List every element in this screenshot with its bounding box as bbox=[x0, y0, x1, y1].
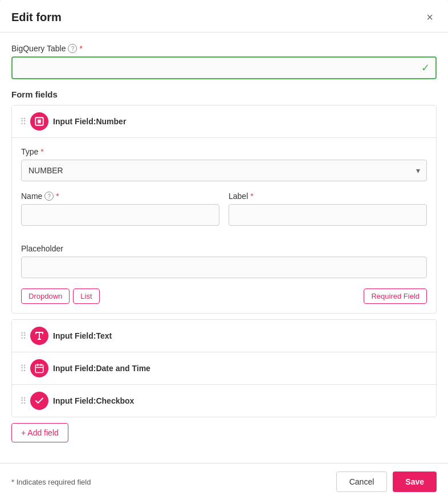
number-field-icon bbox=[30, 112, 48, 131]
name-label-text: Name bbox=[21, 192, 42, 201]
bigquery-input-wrapper: test4test_form ✓ bbox=[11, 56, 437, 79]
add-field-button[interactable]: + Add field bbox=[11, 423, 68, 442]
tag-row: Dropdown List Required Field bbox=[21, 288, 427, 304]
input-number-card: ⠿ Input Field:Number Type * bbox=[11, 105, 437, 314]
drag-handle-text[interactable]: ⠿ bbox=[20, 331, 26, 342]
input-number-header: ⠿ Input Field:Number bbox=[12, 105, 436, 138]
required-field-button[interactable]: Required Field bbox=[364, 288, 427, 304]
footer-note: * Indicates required field bbox=[11, 478, 91, 486]
text-field-icon bbox=[30, 327, 48, 345]
checkbox-field-icon bbox=[30, 392, 48, 410]
form-fields-section-label: Form fields bbox=[11, 90, 437, 99]
footer-actions: Cancel Save bbox=[336, 471, 437, 492]
name-help-icon[interactable]: ? bbox=[44, 192, 54, 201]
type-required-star: * bbox=[40, 147, 43, 156]
bigquery-help-icon[interactable]: ? bbox=[68, 44, 77, 53]
svg-rect-6 bbox=[35, 365, 43, 373]
type-label-text: Type bbox=[21, 147, 38, 156]
bigquery-table-input[interactable]: test4test_form bbox=[11, 56, 437, 79]
input-text-row: ⠿ Input Field:Text bbox=[12, 320, 436, 352]
drag-handle-number[interactable]: ⠿ bbox=[20, 116, 26, 127]
label-required-star: * bbox=[250, 192, 253, 201]
placeholder-label-text: Placeholder bbox=[21, 244, 63, 253]
edit-form-modal: Edit form × BigQuery Table ? * test4test… bbox=[0, 0, 448, 500]
bigquery-table-group: BigQuery Table ? * test4test_form ✓ bbox=[11, 44, 437, 79]
drag-handle-date[interactable]: ⠿ bbox=[20, 363, 26, 374]
collapsed-fields-list: ⠿ Input Field:Text ⠿ bbox=[11, 319, 437, 417]
modal-body: BigQuery Table ? * test4test_form ✓ Form… bbox=[0, 32, 448, 463]
input-checkbox-title: Input Field:Checkbox bbox=[53, 396, 134, 405]
modal-footer: * Indicates required field Cancel Save bbox=[0, 463, 448, 500]
input-text-title: Input Field:Text bbox=[53, 331, 112, 340]
placeholder-label: Placeholder bbox=[21, 244, 427, 253]
type-select[interactable]: NUMBER TEXT DATE CHECKBOX bbox=[21, 160, 427, 181]
save-button[interactable]: Save bbox=[393, 471, 437, 492]
drag-handle-checkbox[interactable]: ⠿ bbox=[20, 396, 26, 406]
placeholder-input[interactable] bbox=[21, 257, 427, 278]
input-date-title: Input Field:Date and Time bbox=[53, 364, 150, 373]
label-label-text: Label bbox=[229, 192, 248, 201]
valid-check-icon: ✓ bbox=[421, 62, 430, 74]
input-date-row: ⠿ Input Field:Date and Time bbox=[12, 352, 436, 385]
type-group: Type * NUMBER TEXT DATE CHECKBOX ▾ bbox=[21, 147, 427, 181]
label-input[interactable]: Number bbox=[229, 204, 427, 226]
cancel-button[interactable]: Cancel bbox=[336, 471, 388, 492]
name-label-row: Name ? * Number Label * Number bbox=[21, 192, 427, 236]
name-input[interactable]: Number bbox=[21, 204, 219, 226]
bigquery-required-star: * bbox=[79, 44, 82, 53]
date-field-icon bbox=[30, 359, 48, 377]
type-label: Type * bbox=[21, 147, 427, 156]
name-required-star: * bbox=[56, 192, 59, 201]
label-group: Label * Number bbox=[229, 192, 427, 226]
list-tag-button[interactable]: List bbox=[73, 288, 99, 304]
dropdown-tag-button[interactable]: Dropdown bbox=[21, 288, 70, 304]
label-field-label: Label * bbox=[229, 192, 427, 201]
modal-title: Edit form bbox=[11, 11, 62, 24]
placeholder-group: Placeholder bbox=[21, 244, 427, 278]
input-checkbox-row: ⠿ Input Field:Checkbox bbox=[12, 385, 436, 417]
input-number-body: Type * NUMBER TEXT DATE CHECKBOX ▾ bbox=[12, 138, 436, 313]
modal-header: Edit form × bbox=[0, 0, 448, 32]
name-field-label: Name ? * bbox=[21, 192, 219, 201]
type-select-wrapper: NUMBER TEXT DATE CHECKBOX ▾ bbox=[21, 160, 427, 181]
tag-left: Dropdown List bbox=[21, 288, 100, 304]
bigquery-label-text: BigQuery Table bbox=[11, 44, 66, 53]
close-button[interactable]: × bbox=[423, 10, 437, 24]
name-group: Name ? * Number bbox=[21, 192, 219, 226]
bigquery-label: BigQuery Table ? * bbox=[11, 44, 437, 53]
input-number-title: Input Field:Number bbox=[53, 117, 126, 126]
